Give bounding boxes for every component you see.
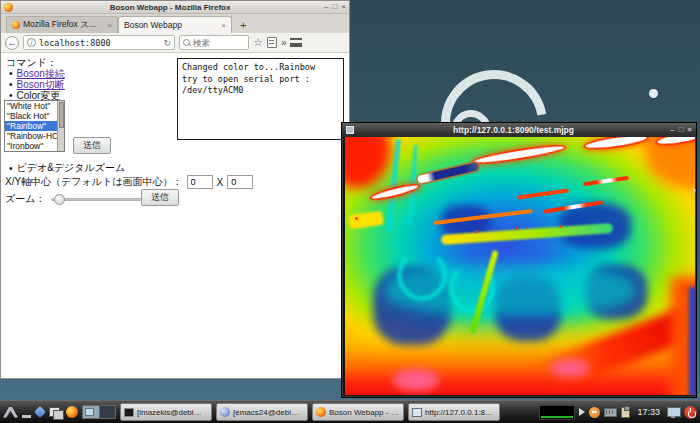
power-button[interactable] <box>684 406 697 419</box>
update-notifier-icon[interactable] <box>589 407 600 418</box>
zoom-slider[interactable] <box>51 193 143 205</box>
axis-separator: X <box>217 177 224 188</box>
listbox-scrollbar[interactable] <box>57 101 64 151</box>
maximize-icon[interactable]: □ <box>678 126 683 134</box>
workspace-pager[interactable] <box>82 405 116 419</box>
viewer-titlebar[interactable]: http://127.0.0.1:8090/test.mjpg – □ × <box>342 123 696 137</box>
firefox-window: Boson Webapp - Mozilla Firefox – □ × Moz… <box>0 0 350 379</box>
url-input[interactable] <box>39 38 163 48</box>
search-icon <box>183 39 190 46</box>
xy-center-label: X/Y軸中心（デフォルトは画面中心）： <box>5 175 183 189</box>
zoom-section-heading: ビデオ&デジタルズーム <box>9 161 125 175</box>
url-bar[interactable]: i ↻ <box>23 35 175 50</box>
search-input[interactable] <box>193 38 245 48</box>
tab-close-icon[interactable]: × <box>221 21 226 30</box>
firefox-icon <box>316 407 326 417</box>
workspace-1[interactable] <box>83 406 99 418</box>
firefox-titlebar[interactable]: Boson Webapp - Mozilla Firefox – □ × <box>1 1 349 14</box>
app-menu-icon[interactable] <box>3 407 18 418</box>
tab-mozilla-firefox[interactable]: Mozilla Firefox ス... × <box>6 16 118 33</box>
zoom-row: ズーム： <box>5 192 143 206</box>
terminal-icon <box>124 408 134 417</box>
wallpaper-moon-dot <box>649 89 658 98</box>
site-info-icon[interactable]: i <box>27 38 36 47</box>
volume-icon[interactable] <box>579 408 585 416</box>
iconify-windows-icon[interactable] <box>49 407 62 418</box>
xy-center-row: X/Y軸中心（デフォルトは画面中心）： X <box>5 175 253 189</box>
minimize-icon[interactable]: – <box>670 126 674 134</box>
window-icon <box>412 408 422 417</box>
viewer-window-title: http://127.0.0.1:8090/test.mjpg <box>357 125 670 135</box>
maximize-icon[interactable]: □ <box>332 3 337 11</box>
tab-boson-webapp[interactable]: Boson Webapp × <box>118 16 232 33</box>
close-icon[interactable]: × <box>341 3 346 11</box>
send-color-button[interactable]: 送信 <box>73 137 111 154</box>
y-center-input[interactable] <box>227 175 253 189</box>
firefox-tab-icon <box>12 21 20 29</box>
minimize-icon[interactable]: – <box>324 3 328 11</box>
reload-icon[interactable]: ↻ <box>163 38 171 48</box>
taskbar-window-boson-webapp[interactable]: Boson Webapp - … <box>312 403 404 421</box>
overflow-chevron-icon[interactable]: » <box>281 38 287 48</box>
send-zoom-button[interactable]: 送信 <box>141 189 179 206</box>
hamburger-menu-icon[interactable] <box>290 38 302 47</box>
firefox-app-icon <box>4 3 13 12</box>
taskbar-window-mjpeg-viewer[interactable]: http://127.0.0.1:8… <box>408 403 500 421</box>
search-bar[interactable] <box>179 35 249 50</box>
palette-option-selected[interactable]: "Rainbow" <box>5 121 64 131</box>
listbox-scrollbar-thumb[interactable] <box>59 102 64 128</box>
zoom-slider-track[interactable] <box>51 198 143 201</box>
file-manager-icon[interactable] <box>34 406 46 418</box>
workspace-2[interactable] <box>99 406 115 418</box>
new-tab-button[interactable]: + <box>240 19 246 33</box>
library-icon[interactable] <box>267 37 277 48</box>
clock[interactable]: 17:33 <box>637 407 660 417</box>
palette-option[interactable]: "Rainbow-HC" <box>5 131 64 141</box>
close-icon[interactable]: × <box>687 126 692 134</box>
webapp-page: コマンド： Boson接続 Boson切断 Color変更 "White Hot… <box>1 53 349 377</box>
palette-listbox[interactable]: "White Hot" "Black Hot" "Rainbow" "Rainb… <box>4 100 65 152</box>
input-method-icon[interactable] <box>604 408 617 417</box>
bookmark-star-icon[interactable]: ☆ <box>253 37 263 48</box>
status-log-textarea[interactable]: Changed color to...Rainbow try to open s… <box>177 58 344 140</box>
taskbar-window-emacs[interactable]: [emacs24@debi… <box>216 403 308 421</box>
palette-option[interactable]: "Ironbow" <box>5 141 64 151</box>
palette-option[interactable]: "White Hot" <box>5 101 64 111</box>
zoom-label: ズーム： <box>5 192 45 206</box>
back-button[interactable]: ← <box>5 36 19 50</box>
mjpeg-viewer-window: http://127.0.0.1:8090/test.mjpg – □ × <box>341 122 697 398</box>
firefox-navbar: ← i ↻ ☆ » <box>1 33 349 53</box>
firefox-launcher-icon[interactable] <box>66 406 78 418</box>
viewer-app-icon <box>346 126 354 134</box>
taskbar-window-terminal[interactable]: [imazekis@debi… <box>120 403 212 421</box>
firefox-tabbar: Mozilla Firefox ス... × Boson Webapp × + <box>1 14 349 33</box>
command-menu: Boson接続 Boson切断 Color変更 <box>9 68 129 101</box>
tab-close-icon[interactable]: × <box>107 21 112 30</box>
clipboard-icon[interactable] <box>621 407 630 418</box>
display-settings-icon[interactable] <box>667 407 680 418</box>
taskbar: [imazekis@debi… [emacs24@debi… Boson Web… <box>0 400 700 423</box>
emacs-icon <box>220 407 230 417</box>
desktop-chevron-icon: › <box>692 182 696 197</box>
x-center-input[interactable] <box>187 175 213 189</box>
zoom-slider-thumb[interactable] <box>54 194 65 205</box>
palette-option[interactable]: "Black Hot" <box>5 111 64 121</box>
show-desktop-icon[interactable] <box>22 415 31 418</box>
thermal-image <box>345 137 695 395</box>
desktop: Boson Webapp - Mozilla Firefox – □ × Moz… <box>0 0 700 423</box>
firefox-window-title: Boson Webapp - Mozilla Firefox <box>16 3 324 12</box>
system-monitor-widget[interactable] <box>539 405 575 420</box>
